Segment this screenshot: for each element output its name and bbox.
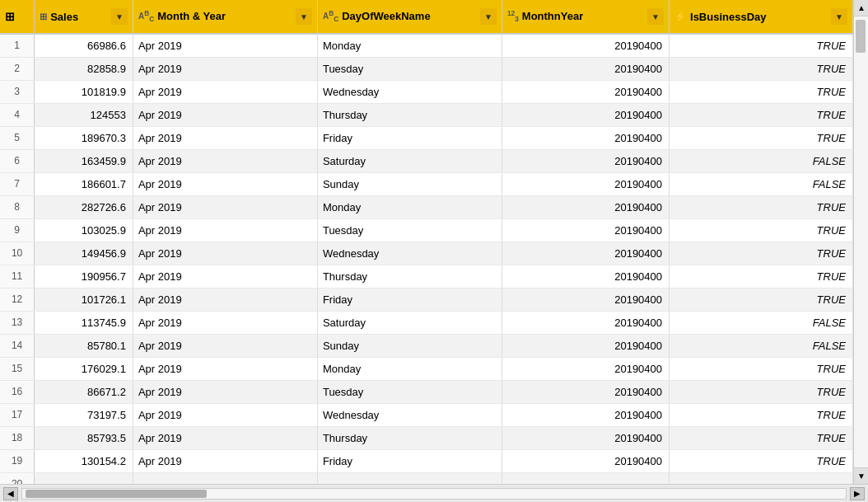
- month-year-value: Apr 2019: [133, 288, 317, 311]
- table-row: 1773197.5Apr 2019Wednesday20190400TRUE: [0, 403, 853, 426]
- vertical-scrollbar[interactable]: ▲ ▼: [853, 0, 868, 484]
- dayofweek-type-icon: ABC: [323, 9, 338, 23]
- monthn-year-value: 20190400: [502, 311, 669, 334]
- row-number: 15: [0, 357, 35, 380]
- sales-value: 124553: [35, 103, 133, 126]
- sales-value: 101819.9: [35, 80, 133, 103]
- table-row: 282858.9Apr 2019Tuesday20190400TRUE: [0, 57, 853, 80]
- is-business-day-value: TRUE: [670, 242, 853, 265]
- sales-value: 103025.9: [35, 218, 133, 242]
- sales-value: 101726.1: [35, 288, 133, 311]
- month-year-value: Apr 2019: [133, 449, 317, 472]
- monthn-year-value: 20190400: [502, 218, 669, 242]
- monthn-year-value: 20190400: [502, 380, 669, 403]
- monthnYear-header-label: MonthnYear: [522, 10, 583, 22]
- row-number: 6: [0, 149, 35, 172]
- day-of-week-value: Friday: [317, 288, 502, 311]
- monthn-year-value: 20190400: [502, 80, 669, 103]
- row-number: 5: [0, 126, 35, 149]
- monthn-year-value: 20190400: [502, 449, 669, 472]
- sales-value: 85793.5: [35, 426, 133, 449]
- is-business-day-value: TRUE: [670, 218, 853, 242]
- month-year-value: Apr 2019: [133, 426, 317, 449]
- table-row: 20: [0, 472, 853, 484]
- table-row: 4124553Apr 2019Thursday20190400TRUE: [0, 103, 853, 126]
- monthn-year-value: 20190400: [502, 288, 669, 311]
- h-scroll-thumb[interactable]: [26, 490, 207, 498]
- row-number: 10: [0, 242, 35, 265]
- sales-value: 73197.5: [35, 403, 133, 426]
- sales-dropdown-btn[interactable]: ▼: [111, 8, 128, 25]
- monthn-year-value: 20190400: [502, 265, 669, 288]
- is-business-day-value: TRUE: [670, 195, 853, 218]
- monthyear-dropdown-btn[interactable]: ▼: [296, 8, 312, 25]
- scroll-thumb[interactable]: [856, 20, 866, 53]
- table-row: 8282726.6Apr 2019Monday20190400TRUE: [0, 195, 853, 218]
- sales-value: 66986.6: [35, 34, 133, 57]
- table-row: 10149456.9Apr 2019Wednesday20190400TRUE: [0, 242, 853, 265]
- sales-type-icon: ⊞: [40, 12, 47, 22]
- day-of-week-value: Sunday: [317, 172, 502, 195]
- day-of-week-value: Monday: [317, 357, 502, 380]
- month-year-value: Apr 2019: [133, 218, 317, 242]
- day-of-week-value: Saturday: [317, 149, 502, 172]
- scroll-up-btn[interactable]: ▲: [854, 0, 868, 16]
- grid-icon: ⊞: [5, 10, 15, 23]
- table-row: 166986.6Apr 2019Monday20190400TRUE: [0, 34, 853, 57]
- row-number: 9: [0, 218, 35, 242]
- monthn-year-value: 20190400: [502, 149, 669, 172]
- is-business-day-value: TRUE: [670, 103, 853, 126]
- dayofweek-dropdown-btn[interactable]: ▼: [480, 8, 497, 25]
- monthnYear-type-icon: 123: [507, 9, 519, 23]
- isbiz-header-label: IsBusinessDay: [690, 11, 767, 23]
- is-business-day-value: FALSE: [670, 334, 853, 357]
- day-of-week-value: Wednesday: [317, 80, 502, 103]
- monthn-year-value: 20190400: [502, 57, 669, 80]
- month-year-value: Apr 2019: [133, 172, 317, 195]
- month-year-value: Apr 2019: [133, 57, 317, 80]
- table-row: 1885793.5Apr 2019Thursday20190400TRUE: [0, 426, 853, 449]
- row-number: 13: [0, 311, 35, 334]
- month-year-value: Apr 2019: [133, 265, 317, 288]
- row-number: 14: [0, 334, 35, 357]
- row-number: 11: [0, 265, 35, 288]
- sales-value: 130154.2: [35, 449, 133, 472]
- scroll-left-btn[interactable]: ◀: [3, 487, 18, 500]
- is-business-day-value: TRUE: [670, 57, 853, 80]
- scroll-track: [854, 16, 868, 467]
- is-business-day-value: TRUE: [670, 449, 853, 472]
- row-number: 17: [0, 403, 35, 426]
- day-of-week-value: Friday: [317, 126, 502, 149]
- scroll-down-btn[interactable]: ▼: [854, 467, 868, 484]
- sales-value: 163459.9: [35, 149, 133, 172]
- monthnYear-dropdown-btn[interactable]: ▼: [647, 8, 664, 25]
- row-number: 20: [0, 472, 35, 484]
- month-year-value: Apr 2019: [133, 34, 317, 57]
- row-number: 18: [0, 426, 35, 449]
- monthn-year-value: 20190400: [502, 426, 669, 449]
- dayofweek-header: ABC DayOfWeekName ▼: [317, 0, 502, 34]
- sales-value: 190956.7: [35, 265, 133, 288]
- main-area: ⊞ ⊞ Sales ▼: [0, 0, 868, 484]
- monthn-year-value: 20190400: [502, 34, 669, 57]
- table-row: 7186601.7Apr 2019Sunday20190400FALSE: [0, 172, 853, 195]
- table-row: 5189670.3Apr 2019Friday20190400TRUE: [0, 126, 853, 149]
- row-number: 2: [0, 57, 35, 80]
- is-business-day-value: TRUE: [670, 357, 853, 380]
- isbiz-type-icon: ⚡: [674, 11, 687, 22]
- month-year-value: Apr 2019: [133, 380, 317, 403]
- monthn-year-value: 20190400: [502, 195, 669, 218]
- monthyear-type-icon: ABC: [138, 9, 154, 23]
- row-number: 16: [0, 380, 35, 403]
- table-scroll-area: ⊞ ⊞ Sales ▼: [0, 0, 853, 484]
- scroll-right-btn[interactable]: ▶: [850, 487, 865, 500]
- row-number: 12: [0, 288, 35, 311]
- is-business-day-value: FALSE: [670, 172, 853, 195]
- day-of-week-value: Wednesday: [317, 242, 502, 265]
- day-of-week-value: Monday: [317, 195, 502, 218]
- bottom-bar: ◀ ▶: [0, 484, 868, 502]
- month-year-value: Apr 2019: [133, 403, 317, 426]
- isbiz-dropdown-btn[interactable]: ▼: [831, 8, 847, 25]
- month-year-value: Apr 2019: [133, 195, 317, 218]
- sales-header-label: Sales: [50, 11, 78, 23]
